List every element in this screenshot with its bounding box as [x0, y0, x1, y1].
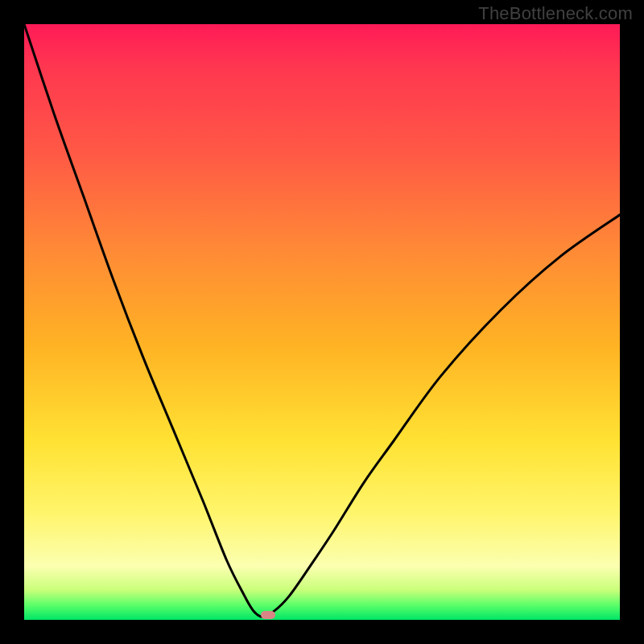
bottleneck-curve: [24, 24, 620, 620]
watermark-text: TheBottleneck.com: [478, 3, 633, 24]
plot-area: [24, 24, 620, 620]
chart-frame: TheBottleneck.com: [0, 0, 644, 644]
minimum-marker: [261, 611, 275, 619]
curve-path: [24, 24, 620, 617]
